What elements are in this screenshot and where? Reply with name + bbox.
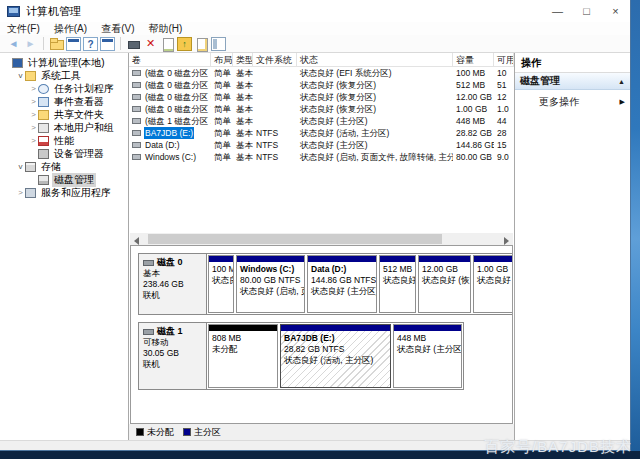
console-window-icon[interactable]	[66, 37, 81, 51]
menu-item[interactable]: 帮助(H)	[141, 22, 189, 36]
partition-block[interactable]: 1.00 GB状态良好	[473, 255, 513, 313]
unallocated-region[interactable]: 808 MB未分配	[208, 324, 278, 388]
tree-item-local-users[interactable]: >本地用户和组	[0, 121, 128, 134]
volume-name: Windows (C:)	[144, 151, 197, 163]
partition-block[interactable]: Windows (C:)80.00 GB NTFS状态良好 (启动, 页面文件,…	[236, 255, 305, 313]
column-header[interactable]: 状态	[297, 53, 453, 67]
chevron-collapsed-icon[interactable]: >	[29, 123, 38, 132]
column-header[interactable]: 文件系统	[253, 53, 297, 67]
column-header[interactable]: 类型	[233, 53, 253, 67]
more-actions-item[interactable]: 更多操作 ▶	[515, 90, 630, 109]
tree-item-label: 性能	[52, 134, 76, 148]
actions-section-disk-management[interactable]: 磁盘管理 ▲	[515, 73, 630, 90]
volume-name-cell[interactable]: (磁盘 1 磁盘分区 2)	[129, 115, 211, 127]
chevron-right-icon: ▶	[620, 98, 625, 106]
show-actions-pane-icon[interactable]	[100, 37, 115, 51]
column-header[interactable]: 可用空间	[494, 53, 514, 67]
partition-block[interactable]: 12.00 GB状态良好 (恢复分区)	[418, 255, 471, 313]
cell-free: 1.0	[494, 103, 514, 115]
chevron-collapsed-icon[interactable]: >	[29, 97, 38, 106]
volume-name: (磁盘 0 磁盘分区 1)	[144, 67, 211, 79]
help-icon[interactable]: ?	[83, 37, 98, 51]
chevron-collapsed-icon[interactable]: >	[16, 188, 25, 197]
tree-item-computer[interactable]: 计算机管理(本地)	[0, 56, 128, 69]
chevron-expanded-icon[interactable]: v	[16, 162, 25, 171]
show-console-tree-icon[interactable]	[49, 37, 64, 51]
table-row[interactable]: Windows (C:)简单基本NTFS状态良好 (启动, 页面文件, 故障转储…	[129, 151, 514, 163]
pointer-icon[interactable]	[126, 37, 141, 51]
delete-volume-icon[interactable]: ✕	[143, 37, 158, 51]
horizontal-scrollbar[interactable]	[130, 233, 513, 245]
disk-header[interactable]: 磁盘 1可移动30.05 GB联机	[139, 323, 207, 389]
split-panes-icon[interactable]	[211, 37, 226, 51]
table-row[interactable]: (磁盘 0 磁盘分区 7)简单基本状态良好 (恢复分区)1.00 GB1.0	[129, 103, 514, 115]
refresh-icon[interactable]: ↑	[177, 37, 192, 51]
menu-item[interactable]: 操作(A)	[47, 22, 94, 36]
tree-item-label: 系统工具	[39, 69, 83, 83]
open-file-icon[interactable]	[194, 37, 209, 51]
volume-name-cell[interactable]: (磁盘 0 磁盘分区 6)	[129, 91, 211, 103]
table-row[interactable]: BA7JDB (E:)简单基本NTFS状态良好 (活动, 主分区)28.82 G…	[129, 127, 514, 139]
disk-row: 磁盘 1可移动30.05 GB联机808 MB未分配BA7JDB (E:)28.…	[138, 322, 464, 390]
scroll-track[interactable]	[142, 233, 501, 245]
disk-header[interactable]: 磁盘 0基本238.46 GB联机	[139, 254, 207, 314]
column-header[interactable]: 卷	[129, 53, 211, 67]
chevron-collapsed-icon[interactable]: >	[29, 136, 38, 145]
storage-icon	[25, 162, 36, 172]
chevron-collapsed-icon[interactable]: >	[29, 110, 38, 119]
tree-item-label: 共享文件夹	[52, 108, 106, 122]
legend-label: 主分区	[194, 426, 221, 439]
maximize-icon[interactable]: □	[572, 0, 601, 22]
properties-icon[interactable]	[160, 37, 175, 51]
cell-status: 状态良好 (主分区)	[297, 115, 453, 127]
column-header[interactable]: 容量	[453, 53, 494, 67]
volume-name-cell[interactable]: Windows (C:)	[129, 151, 211, 163]
menu-item[interactable]: 文件(F)	[0, 22, 47, 36]
chevron-collapsed-icon[interactable]: >	[29, 84, 38, 93]
cell-capacity: 448 MB	[453, 115, 494, 127]
tree-item-system-tools[interactable]: v系统工具	[0, 69, 128, 82]
close-icon[interactable]: ×	[601, 0, 630, 22]
forward-icon[interactable]: ►	[23, 37, 38, 51]
tree-item-label: 设备管理器	[52, 147, 106, 161]
table-row[interactable]: (磁盘 0 磁盘分区 6)简单基本状态良好 (恢复分区)12.00 GB12	[129, 91, 514, 103]
tree-item-performance[interactable]: >性能	[0, 134, 128, 147]
tree-item-event-viewer[interactable]: >事件查看器	[0, 95, 128, 108]
table-row[interactable]: (磁盘 1 磁盘分区 2)简单基本状态良好 (主分区)448 MB44	[129, 115, 514, 127]
column-header[interactable]: 布局	[211, 53, 233, 67]
partition-block[interactable]: 448 MB状态良好 (主分区)	[393, 324, 462, 388]
tree-item-disk-management[interactable]: 磁盘管理	[0, 173, 128, 186]
partition-block[interactable]: 100 MB状态良好	[208, 255, 234, 313]
table-row[interactable]: Data (D:)简单基本NTFS状态良好 (主分区)144.86 GB15	[129, 139, 514, 151]
tree-item-shared-folders[interactable]: >共享文件夹	[0, 108, 128, 121]
tree-item-label: 任务计划程序	[52, 82, 116, 96]
table-row[interactable]: (磁盘 0 磁盘分区 1)简单基本状态良好 (EFI 系统分区)100 MB10	[129, 67, 514, 79]
volume-name-cell[interactable]: (磁盘 0 磁盘分区 7)	[129, 103, 211, 115]
tree-item-device-manager[interactable]: 设备管理器	[0, 147, 128, 160]
scroll-left-icon[interactable]	[130, 233, 142, 245]
volume-name-cell[interactable]: (磁盘 0 磁盘分区 5)	[129, 79, 211, 91]
menu-item[interactable]: 查看(V)	[94, 22, 141, 36]
scroll-thumb[interactable]	[148, 234, 442, 244]
chevron-expanded-icon[interactable]: v	[16, 71, 25, 80]
partition-block[interactable]: 512 MB状态良好	[379, 255, 416, 313]
menu-bar: 文件(F)操作(A)查看(V)帮助(H)	[0, 22, 630, 35]
minimize-icon[interactable]: —	[543, 0, 572, 22]
tree-item-storage[interactable]: v存储	[0, 160, 128, 173]
collapse-icon[interactable]: ▲	[618, 78, 625, 85]
cell-layout: 简单	[211, 103, 233, 115]
volume-name: (磁盘 0 磁盘分区 7)	[144, 103, 211, 115]
partition-block[interactable]: Data (D:)144.86 GB NTFS状态良好 (主分区)	[307, 255, 377, 313]
table-row[interactable]: (磁盘 0 磁盘分区 5)简单基本状态良好 (恢复分区)512 MB51	[129, 79, 514, 91]
volume-name-cell[interactable]: BA7JDB (E:)	[129, 127, 211, 139]
volume-name-cell[interactable]: (磁盘 0 磁盘分区 1)	[129, 67, 211, 79]
partition-status: 状态良好 (主分区)	[311, 286, 373, 297]
legend-label: 未分配	[147, 426, 174, 439]
legend-item: 主分区	[183, 426, 221, 439]
back-icon[interactable]: ◄	[6, 37, 21, 51]
tree-item-services[interactable]: >服务和应用程序	[0, 186, 128, 199]
partition-block[interactable]: BA7JDB (E:)28.82 GB NTFS状态良好 (活动, 主分区)	[280, 324, 391, 388]
tree-item-task-scheduler[interactable]: >任务计划程序	[0, 82, 128, 95]
volume-name-cell[interactable]: Data (D:)	[129, 139, 211, 151]
scroll-right-icon[interactable]	[501, 233, 513, 245]
